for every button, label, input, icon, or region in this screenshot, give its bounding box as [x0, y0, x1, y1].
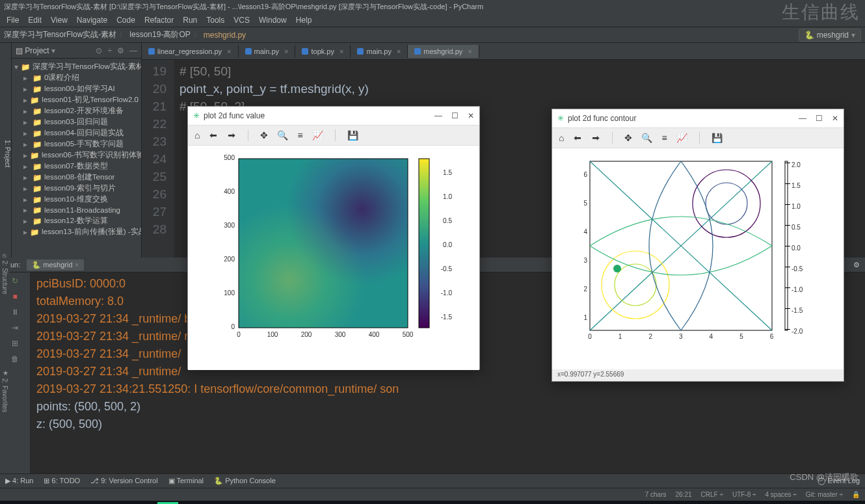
- mpl-window-contour[interactable]: ✳plot 2d func contour — ☐ ✕ ⌂ 🠨 🠪 ✥ 🔍 ≡ …: [552, 109, 844, 382]
- tool-window-button[interactable]: ▶ 4: Run: [5, 477, 33, 485]
- tree-item[interactable]: ▸📁lesson10-维度交换: [12, 194, 141, 205]
- close-icon[interactable]: ×: [397, 47, 401, 55]
- project-tree[interactable]: ▾📁深度学习与TensorFlow实战-素材 [深▸📁0课程介绍▸📁lesson…: [12, 59, 141, 240]
- hide-icon[interactable]: —: [129, 46, 137, 55]
- mpl2-canvas[interactable]: 123456 0123456 2.01.51.00.50.0-0.5-1.0-1…: [552, 148, 844, 369]
- zoom-icon[interactable]: 🔍: [641, 133, 652, 143]
- editor-tab[interactable]: meshgrid.py×: [408, 45, 479, 58]
- tool-window-button[interactable]: ▣ Terminal: [168, 477, 204, 485]
- forward-icon[interactable]: 🠪: [227, 130, 236, 140]
- tree-item[interactable]: ▸📁lesson12-数学运算: [12, 215, 141, 226]
- status-item[interactable]: Git: master ÷: [806, 491, 843, 498]
- save-icon[interactable]: 💾: [347, 130, 358, 140]
- close-icon[interactable]: ✕: [468, 111, 474, 120]
- tree-item[interactable]: ▸📁lesson05-手写数字问题: [12, 139, 141, 150]
- tree-item[interactable]: ▸📁lesson04-回归问题实战: [12, 127, 141, 139]
- stop-icon[interactable]: ■: [12, 292, 17, 301]
- menu-edit[interactable]: Edit: [24, 14, 46, 26]
- rerun-icon[interactable]: ↻: [12, 276, 18, 285]
- minimize-icon[interactable]: —: [434, 111, 442, 120]
- back-icon[interactable]: 🠨: [573, 133, 582, 143]
- mpl1-canvas[interactable]: 0100200300400500 0100200300400500 1.51.0…: [188, 146, 479, 370]
- tree-item[interactable]: ▸📁lesson06-书写数字识别初体验: [12, 150, 141, 161]
- menu-tools[interactable]: Tools: [202, 14, 228, 26]
- tree-item[interactable]: ▾📁深度学习与TensorFlow实战-素材 [深: [12, 61, 141, 72]
- configure-icon[interactable]: ≡: [297, 130, 302, 140]
- pause-icon[interactable]: ⏸: [11, 308, 19, 317]
- zoom-icon[interactable]: 🔍: [277, 130, 288, 140]
- menu-code[interactable]: Code: [113, 14, 139, 26]
- editor-tab[interactable]: main.py×: [351, 45, 408, 58]
- forward-icon[interactable]: 🠪: [591, 133, 600, 143]
- home-icon[interactable]: ⌂: [194, 130, 200, 140]
- breadcrumb-item[interactable]: lesson19-高阶OP: [129, 29, 190, 40]
- run-tab[interactable]: 🐍 meshgrid ×: [27, 259, 84, 271]
- tree-item[interactable]: ▸📁lesson09-索引与切片: [12, 183, 141, 194]
- event-log-button[interactable]: ◯ Event Log: [818, 477, 860, 485]
- editor-tab[interactable]: linear_regression.py×: [142, 45, 239, 58]
- status-item[interactable]: UTF-8 ÷: [732, 491, 756, 498]
- project-header[interactable]: ▤ Project ▾ ⊙ ÷ ⚙ —: [12, 43, 141, 59]
- menu-refactor[interactable]: Refactor: [140, 14, 178, 26]
- left-gutter[interactable]: 1: Project: [0, 43, 12, 258]
- editor-tab[interactable]: main.py×: [239, 45, 296, 58]
- back-icon[interactable]: 🠨: [209, 130, 218, 140]
- close-icon[interactable]: ✕: [832, 114, 838, 123]
- favorites-tab[interactable]: ★ 2: Favorites: [0, 364, 10, 418]
- status-item[interactable]: CRLF ÷: [701, 491, 723, 498]
- tree-item[interactable]: ▸📁lesson07-数据类型: [12, 161, 141, 172]
- tree-item[interactable]: ▸📁0课程介绍: [12, 72, 141, 83]
- close-icon[interactable]: ×: [227, 47, 231, 55]
- step-icon[interactable]: ⇥: [12, 323, 18, 332]
- breadcrumb-item[interactable]: 深度学习与TensorFlow实战-素材: [4, 29, 116, 40]
- menu-file[interactable]: File: [3, 14, 23, 26]
- menu-help[interactable]: Help: [292, 14, 316, 26]
- close-icon[interactable]: ×: [75, 261, 79, 269]
- menu-view[interactable]: View: [47, 14, 72, 26]
- breadcrumb-item[interactable]: meshgrid.py: [204, 31, 246, 40]
- menu-navigate[interactable]: Navigate: [73, 14, 111, 26]
- close-icon[interactable]: ×: [284, 47, 288, 55]
- gear-icon[interactable]: ⚙: [853, 261, 860, 269]
- mpl1-titlebar[interactable]: ✳plot 2d func value — ☐ ✕: [188, 107, 479, 125]
- minimize-icon[interactable]: —: [799, 114, 806, 123]
- status-item[interactable]: 4 spaces ÷: [765, 491, 797, 498]
- configure-icon[interactable]: ≡: [661, 133, 667, 143]
- maximize-icon[interactable]: ☐: [451, 111, 459, 120]
- tree-item[interactable]: ▸📁lesson03-回归问题: [12, 116, 141, 127]
- trash-icon[interactable]: 🗑: [11, 354, 19, 364]
- gear-icon[interactable]: ⚙: [117, 46, 124, 55]
- status-item[interactable]: 🔒: [852, 491, 860, 498]
- home-icon[interactable]: ⌂: [559, 133, 564, 143]
- maximize-icon[interactable]: ☐: [816, 114, 823, 123]
- structure-tab[interactable]: ⎋ 2: Structure: [0, 247, 10, 299]
- tree-item[interactable]: ▸📁lesson01-初见TensorFlow2.0: [12, 94, 141, 105]
- tool-window-button[interactable]: ⊞ 6: TODO: [44, 477, 80, 485]
- tree-item[interactable]: ▸📁lesson11-Broadcasting: [12, 205, 141, 215]
- subplot-icon[interactable]: 📈: [676, 133, 687, 143]
- save-icon[interactable]: 💾: [712, 133, 723, 143]
- collapse-icon[interactable]: ⊙: [96, 46, 102, 55]
- status-item[interactable]: 7 chars: [645, 491, 667, 498]
- editor-tab[interactable]: topk.py×: [295, 45, 351, 58]
- layout-icon[interactable]: ⊞: [12, 339, 18, 348]
- tool-window-button[interactable]: 🐍 Python Console: [214, 477, 276, 485]
- close-icon[interactable]: ×: [339, 47, 343, 55]
- tool-window-button[interactable]: ⎇ 9: Version Control: [90, 477, 158, 485]
- menu-vcs[interactable]: VCS: [230, 14, 254, 26]
- subplot-icon[interactable]: 📈: [312, 130, 323, 140]
- tree-item[interactable]: ▸📁lesson00-如何学习AI: [12, 83, 141, 94]
- split-icon[interactable]: ÷: [107, 46, 112, 55]
- run-config-selector[interactable]: 🐍 meshgrid ▾: [799, 29, 861, 42]
- tree-item[interactable]: ▸📁lesson13-前向传播(张量) -实战: [12, 226, 141, 237]
- close-icon[interactable]: ×: [468, 47, 472, 55]
- menu-run[interactable]: Run: [179, 14, 201, 26]
- status-item[interactable]: 26:21: [676, 491, 692, 498]
- pan-icon[interactable]: ✥: [260, 130, 268, 140]
- menu-window[interactable]: Window: [255, 14, 291, 26]
- mpl-window-value[interactable]: ✳plot 2d func value — ☐ ✕ ⌂ 🠨 🠪 ✥ 🔍 ≡ 📈 …: [187, 106, 480, 369]
- pan-icon[interactable]: ✥: [624, 133, 632, 143]
- tree-item[interactable]: ▸📁lesson02-开发环境准备: [12, 105, 141, 116]
- mpl2-titlebar[interactable]: ✳plot 2d func contour — ☐ ✕: [552, 109, 844, 127]
- tree-item[interactable]: ▸📁lesson08-创建Tensor: [12, 172, 141, 183]
